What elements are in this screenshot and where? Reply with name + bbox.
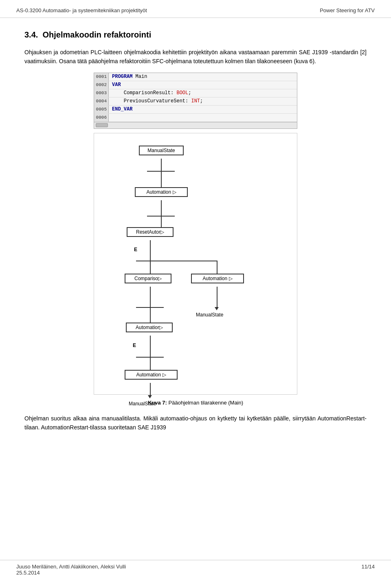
state-automation-2: Automation ▷ — [191, 274, 244, 283]
footer-authors: Juuso Meriläinen, Antti Alakiikonen, Ale… — [16, 564, 126, 570]
page-footer: Juuso Meriläinen, Antti Alakiikonen, Ale… — [0, 560, 391, 576]
line-auto2-down — [217, 287, 217, 307]
line-trans4-to-autobot — [150, 307, 151, 323]
state-automation-bottom: Automatior▷ — [126, 323, 173, 332]
line-manual-to-trans1 — [161, 159, 162, 171]
line-trans2-to-reset — [161, 216, 162, 227]
scroll-thumb[interactable] — [96, 123, 108, 127]
sfc-inner: ManualState Automation ▷ ResetAutor▷ E — [102, 137, 290, 390]
state-reset-automation: ResetAutor▷ — [127, 227, 174, 237]
line-to-auto2 — [217, 261, 217, 274]
page-header: AS-0.3200 Automaatio- ja systeemitekniik… — [0, 0, 391, 18]
arrow-auto2-down — [215, 307, 219, 310]
state-automation-1: Automation ▷ — [135, 187, 188, 197]
caption-text: Pääohjelman tilarakenne (Main) — [169, 400, 244, 406]
figure-caption: Kuva 7: Pääohjelman tilarakenne (Main) — [94, 400, 297, 406]
paragraph-2: Ohjelman suoritus alkaa aina manuaalitil… — [24, 414, 367, 432]
line-trans1-to-automation1 — [161, 171, 162, 187]
arrow-auto3-down — [148, 395, 152, 398]
label-manualstate-bottom: ManualState — [129, 401, 156, 407]
footer-date: 25.5.2014 — [16, 570, 126, 576]
line-auto1-to-trans2 — [161, 200, 162, 216]
code-line-5: 0005 END_VAR — [94, 106, 297, 114]
state-comparison: Compariso▷ — [125, 274, 171, 283]
header-left-text: AS-0.3200 Automaatio- ja systeemitekniik… — [16, 7, 147, 13]
code-line-4: 0004 PreviousCurvatureSent: INT; — [94, 97, 297, 106]
line-reset-to-trans3 — [150, 240, 151, 261]
page-content: 3.4. Ohjelmakoodin refaktorointi Ohjauks… — [0, 18, 391, 455]
sfc-diagram: ManualState Automation ▷ ResetAutor▷ E — [94, 133, 297, 395]
line-fork-to-auto2 — [150, 261, 217, 261]
code-line-2: 0002 VAR — [94, 81, 297, 89]
line-trans3-to-comparison — [150, 261, 151, 274]
line-auto3-down — [150, 383, 151, 395]
section-heading: 3.4. Ohjelmakoodin refaktorointi — [24, 30, 367, 40]
code-scrollbar[interactable] — [94, 122, 297, 128]
code-block: 0001 PROGRAM Main 0002 VAR 0003 Comparis… — [94, 73, 297, 129]
line-autobot-to-trans5 — [150, 336, 151, 357]
label-manualstate-mid: ManualState — [196, 312, 223, 318]
label-e-auto-bottom: E — [133, 343, 136, 348]
code-line-6: 0006 — [94, 114, 297, 122]
line-trans5-to-auto3 — [150, 357, 151, 370]
state-manual-top: ManualState — [139, 146, 184, 155]
state-automation-3: Automation ▷ — [125, 370, 178, 380]
code-line-1: 0001 PROGRAM Main — [94, 73, 297, 81]
footer-page: 11/14 — [361, 564, 375, 576]
code-line-3: 0003 ComparisonResult: BOOL; — [94, 89, 297, 97]
paragraph-1: Ohjauksen ja odometrian PLC-laitteen ohj… — [24, 48, 367, 66]
header-right-text: Power Steering for ATV — [320, 7, 375, 13]
label-e-reset: E — [134, 247, 137, 252]
line-comparison-to-trans4 — [150, 287, 151, 307]
